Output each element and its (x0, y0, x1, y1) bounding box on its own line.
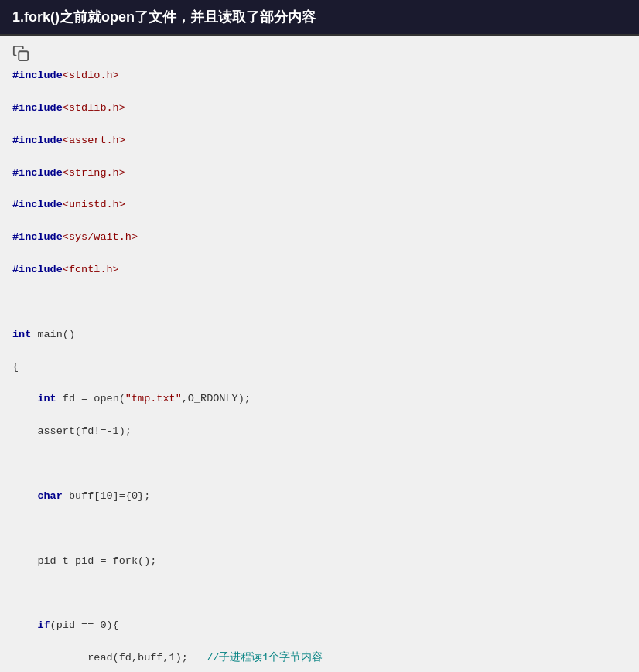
copy-icon-top[interactable] (12, 45, 29, 62)
page-title: 1.fork()之前就open了文件，并且读取了部分内容 (12, 9, 316, 25)
svg-rect-0 (19, 51, 28, 60)
code-container: #include<stdio.h> #include<stdlib.h> #in… (0, 36, 639, 672)
title-bar: 1.fork()之前就open了文件，并且读取了部分内容 (0, 0, 639, 36)
code-block: #include<stdio.h> #include<stdlib.h> #in… (12, 68, 627, 672)
